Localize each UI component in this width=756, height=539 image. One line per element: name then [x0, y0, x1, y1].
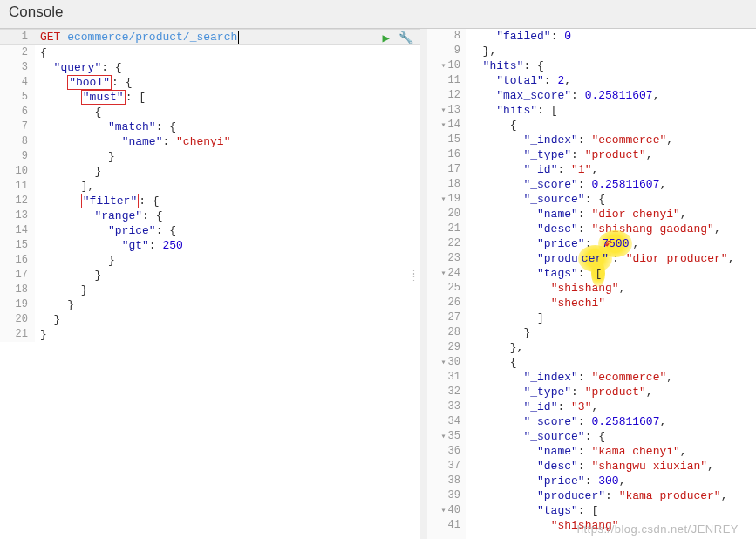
request-line[interactable]: 18 }: [0, 283, 420, 297]
line-number: 2: [0, 45, 35, 60]
response-line: "total": 2,: [469, 73, 756, 88]
fold-icon[interactable]: ▾: [439, 58, 448, 73]
request-editor-pane[interactable]: ▶ 🔧 1GET ecommerce/product/_search2{3 "q…: [0, 29, 427, 539]
response-line: "producer": "kama producer",: [469, 488, 756, 503]
response-line: "_source": {: [469, 192, 756, 207]
code-content[interactable]: "name": "chenyi": [35, 134, 420, 149]
request-line[interactable]: 17 }: [0, 268, 420, 283]
request-line[interactable]: 11 ],: [0, 179, 420, 194]
request-line[interactable]: 4 "bool": {: [0, 75, 420, 90]
line-number: 14: [0, 223, 35, 238]
line-number: 20: [427, 207, 460, 222]
line-number: 28: [427, 325, 460, 340]
line-number: 27: [427, 310, 460, 325]
request-line[interactable]: 20 }: [0, 312, 420, 327]
response-line: },: [469, 340, 756, 355]
request-line[interactable]: 12 "filter": {: [0, 194, 420, 208]
request-line[interactable]: 2{: [0, 45, 420, 60]
code-content[interactable]: "range": {: [35, 208, 420, 223]
line-number: 32: [427, 385, 460, 399]
code-content[interactable]: }: [35, 149, 420, 164]
code-content[interactable]: "bool": {: [35, 75, 420, 90]
line-number: 33: [427, 399, 460, 414]
response-line: {: [469, 118, 756, 133]
response-line: "hits": [: [469, 103, 756, 118]
response-line: "_index": "ecommerce",: [469, 133, 756, 147]
response-line: "failed": 0: [469, 29, 756, 44]
code-content[interactable]: }: [35, 283, 420, 297]
response-line: "_id": "3",: [469, 399, 756, 414]
fold-icon[interactable]: ▾: [439, 103, 448, 118]
code-content[interactable]: {: [35, 105, 420, 119]
request-line[interactable]: 16 }: [0, 253, 420, 268]
request-line[interactable]: 1GET ecommerce/product/_search: [0, 29, 420, 45]
line-number: 18: [0, 283, 35, 297]
watermark-text: https://blog.csdn.net/JENREY: [577, 522, 739, 536]
console-title: Console: [9, 3, 63, 20]
fold-icon[interactable]: ▾: [439, 355, 448, 370]
response-line: "name": "dior chenyi",: [469, 207, 756, 222]
code-content[interactable]: GET ecommerce/product/_search: [35, 30, 420, 44]
response-line: "hits": {: [469, 58, 756, 73]
line-number: 34: [427, 414, 460, 429]
line-number: 37: [427, 459, 460, 474]
code-content[interactable]: }: [35, 164, 420, 179]
request-line[interactable]: 6 {: [0, 105, 420, 119]
resize-handle-icon[interactable]: ⋮⋮: [409, 273, 419, 280]
code-content[interactable]: "query": {: [35, 60, 420, 75]
line-number: 22: [427, 236, 460, 251]
line-number: 16: [0, 253, 35, 268]
request-line[interactable]: 19 }: [0, 297, 420, 312]
code-content[interactable]: }: [35, 327, 420, 342]
line-number: 7: [0, 119, 35, 134]
line-number: ▾10: [427, 58, 460, 73]
request-line[interactable]: 7 "match": {: [0, 119, 420, 134]
line-number: 13: [0, 208, 35, 223]
request-line[interactable]: 14 "price": {: [0, 223, 420, 238]
code-content[interactable]: "match": {: [35, 119, 420, 134]
response-line: "_id": "1",: [469, 162, 756, 177]
request-line[interactable]: 10 }: [0, 164, 420, 179]
fold-icon[interactable]: ▾: [439, 266, 448, 281]
response-line: },: [469, 44, 756, 58]
response-line: "_type": "product",: [469, 385, 756, 399]
code-content[interactable]: "gt": 250: [35, 238, 420, 253]
response-line: "max_score": 0.25811607,: [469, 88, 756, 103]
response-line: "_index": "ecommerce",: [469, 370, 756, 385]
line-number: 19: [0, 297, 35, 312]
request-line[interactable]: 13 "range": {: [0, 208, 420, 223]
line-number: 41: [427, 518, 460, 533]
fold-icon[interactable]: ▾: [439, 503, 448, 518]
request-line[interactable]: 5 "must": [: [0, 90, 420, 105]
request-line[interactable]: 9 }: [0, 149, 420, 164]
code-content[interactable]: }: [35, 312, 420, 327]
line-number: 21: [0, 327, 35, 342]
line-number: 5: [0, 90, 35, 105]
response-line: {: [469, 355, 756, 370]
request-line[interactable]: 15 "gt": 250: [0, 238, 420, 253]
line-number: 3: [0, 60, 35, 75]
line-number: 21: [427, 222, 460, 236]
code-content[interactable]: {: [35, 45, 420, 60]
request-line[interactable]: 21}: [0, 327, 420, 342]
code-content[interactable]: "must": [: [35, 90, 420, 105]
fold-icon[interactable]: ▾: [439, 118, 448, 133]
fold-icon[interactable]: ▾: [439, 192, 448, 207]
response-code[interactable]: "failed": 0 }, "hits": { "total": 2, "ma…: [466, 29, 756, 539]
code-content[interactable]: "filter": {: [35, 194, 420, 208]
line-number: 9: [0, 149, 35, 164]
code-content[interactable]: }: [35, 297, 420, 312]
code-content[interactable]: "price": {: [35, 223, 420, 238]
response-viewer-pane[interactable]: 89▾101112▾13▾1415161718▾1920212223▾24252…: [427, 29, 756, 539]
request-line[interactable]: 3 "query": {: [0, 60, 420, 75]
line-number: 38: [427, 474, 460, 488]
code-content[interactable]: ],: [35, 179, 420, 194]
line-number: 20: [0, 312, 35, 327]
request-line[interactable]: 8 "name": "chenyi": [0, 134, 420, 149]
code-content[interactable]: }: [35, 268, 420, 283]
fold-icon[interactable]: ▾: [439, 429, 448, 444]
response-line: "tags": [: [469, 503, 756, 518]
line-number: 8: [0, 134, 35, 149]
code-content[interactable]: }: [35, 253, 420, 268]
line-number: 17: [0, 268, 35, 283]
